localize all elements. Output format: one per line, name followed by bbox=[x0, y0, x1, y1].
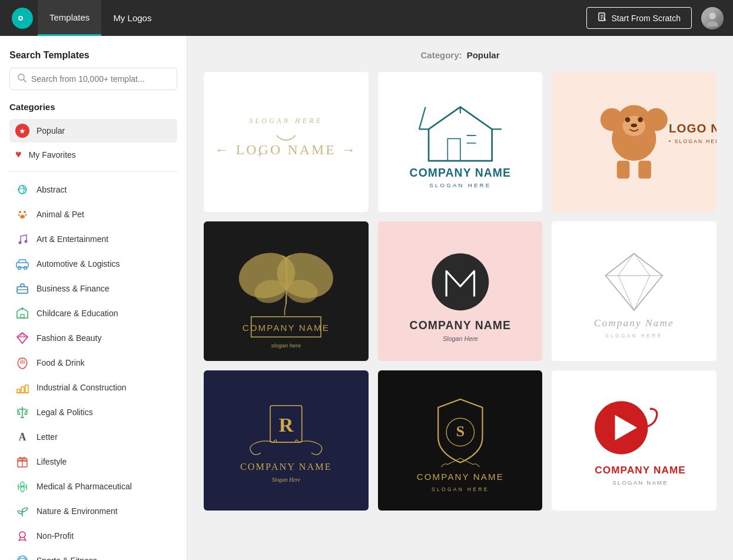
template-card-4[interactable]: COMPANY NAME slogan here bbox=[204, 221, 369, 362]
svg-marker-28 bbox=[17, 333, 28, 343]
svg-text:Slogan Here: Slogan Here bbox=[443, 334, 478, 342]
sidebar-item-abstract[interactable]: Abstract bbox=[9, 178, 177, 201]
briefcase-icon bbox=[15, 281, 29, 296]
sidebar-item-label: My Favorites bbox=[29, 150, 76, 160]
template-card-9[interactable]: COMPANY NAME SLOGAN NAME bbox=[552, 370, 717, 511]
svg-text:S: S bbox=[456, 423, 464, 440]
svg-point-16 bbox=[25, 214, 27, 216]
heart-icon: ♥ bbox=[15, 148, 22, 161]
category-header: Category: Popular bbox=[204, 50, 717, 60]
svg-point-14 bbox=[24, 211, 26, 213]
sidebar-item-label: Legal & Politics bbox=[37, 407, 93, 417]
start-from-scratch-button[interactable]: Start From Scratch bbox=[586, 7, 692, 29]
template-card-3[interactable]: LOGO NAME • SLOGAN HERE • bbox=[552, 72, 717, 212]
sidebar-item-label: Childcare & Education bbox=[37, 309, 118, 318]
sidebar: Search Templates Categories ★ Popular ♥ … bbox=[0, 36, 187, 560]
sidebar-item-food[interactable]: Food & Drink bbox=[9, 351, 177, 375]
svg-text:• SLOGAN HERE •: • SLOGAN HERE • bbox=[669, 138, 717, 144]
sidebar-item-popular[interactable]: ★ Popular bbox=[9, 119, 177, 143]
sidebar-item-label: Automotive & Logistics bbox=[37, 259, 120, 269]
sidebar-item-industrial[interactable]: Industrial & Construction bbox=[9, 376, 177, 399]
svg-point-15 bbox=[18, 214, 20, 216]
diamond-icon bbox=[15, 331, 29, 345]
leaf-icon bbox=[15, 504, 29, 518]
logo[interactable] bbox=[9, 5, 35, 31]
svg-rect-36 bbox=[21, 387, 24, 393]
svg-point-45 bbox=[19, 532, 25, 538]
template-card-5[interactable]: COMPANY NAME Slogan Here bbox=[378, 221, 543, 362]
avatar-image bbox=[701, 7, 724, 29]
sidebar-item-business[interactable]: Business & Finance bbox=[9, 277, 177, 300]
ribbon-icon bbox=[15, 529, 29, 543]
svg-text:COMPANY NAME: COMPANY NAME bbox=[595, 464, 686, 476]
letter-icon: A bbox=[15, 430, 29, 444]
svg-text:slogan here: slogan here bbox=[271, 342, 301, 348]
main-nav: Templates My Logos bbox=[38, 0, 586, 36]
nav-templates[interactable]: Templates bbox=[38, 0, 101, 36]
school-icon bbox=[15, 306, 29, 320]
medical-icon bbox=[15, 479, 29, 493]
svg-point-70 bbox=[631, 124, 638, 127]
svg-line-88 bbox=[634, 253, 650, 276]
sidebar-item-legal[interactable]: Legal & Politics bbox=[9, 400, 177, 424]
sidebar-item-sports[interactable]: Sports & Fitness bbox=[9, 549, 177, 560]
sidebar-item-medical[interactable]: Medical & Pharmaceutical bbox=[9, 475, 177, 498]
svg-line-89 bbox=[618, 276, 634, 310]
sidebar-divider bbox=[9, 171, 177, 172]
sidebar-item-animal-pet[interactable]: Animal & Pet bbox=[9, 203, 177, 226]
svg-point-82 bbox=[432, 253, 489, 310]
search-input[interactable] bbox=[31, 74, 170, 84]
search-box[interactable] bbox=[9, 68, 177, 90]
sidebar-item-label: Business & Finance bbox=[37, 284, 110, 293]
nav-my-logos[interactable]: My Logos bbox=[101, 0, 163, 36]
sidebar-item-my-favorites[interactable]: ♥ My Favorites bbox=[9, 144, 177, 165]
svg-rect-26 bbox=[21, 314, 24, 318]
sidebar-item-fashion[interactable]: Fashion & Beauty bbox=[9, 326, 177, 350]
sidebar-item-label: Animal & Pet bbox=[37, 210, 84, 219]
svg-rect-72 bbox=[639, 161, 652, 178]
svg-point-18 bbox=[19, 241, 22, 244]
sidebar-item-label: Non-Profit bbox=[37, 531, 74, 541]
svg-text:Company Name: Company Name bbox=[594, 317, 674, 329]
main-layout: Search Templates Categories ★ Popular ♥ … bbox=[0, 36, 733, 560]
svg-text:COMPANY NAME: COMPANY NAME bbox=[240, 462, 332, 472]
start-scratch-label: Start From Scratch bbox=[612, 14, 681, 23]
sidebar-item-nonprofit[interactable]: Non-Profit bbox=[9, 524, 177, 548]
template-card-1[interactable]: SLOGAN HERE ← LOGO NAME → bbox=[204, 72, 369, 212]
sidebar-item-lifestyle[interactable]: Lifestyle bbox=[9, 450, 177, 473]
template-card-8[interactable]: S COMPANY NAME SLOGAN HERE bbox=[378, 370, 543, 511]
template-card-6[interactable]: Company Name SLOGAN HERE bbox=[552, 221, 717, 362]
svg-text:← LOGO NAME →: ← LOGO NAME → bbox=[215, 142, 357, 157]
svg-text:SLOGAN HERE: SLOGAN HERE bbox=[429, 182, 491, 188]
svg-point-9 bbox=[709, 13, 715, 19]
content-area: Category: Popular SLOGAN HERE ← LOGO NAM… bbox=[187, 36, 733, 560]
svg-point-10 bbox=[707, 21, 718, 26]
sidebar-item-childcare[interactable]: Childcare & Education bbox=[9, 301, 177, 325]
new-doc-icon bbox=[598, 12, 607, 24]
paw-icon bbox=[15, 207, 29, 221]
user-avatar[interactable] bbox=[701, 7, 724, 29]
category-name: Popular bbox=[467, 50, 500, 60]
sidebar-item-label: Popular bbox=[37, 126, 65, 135]
sidebar-item-label: Sports & Fitness bbox=[37, 556, 97, 560]
template-card-7[interactable]: R COMPANY NAME Slogan Here bbox=[204, 370, 369, 511]
svg-text:COMPANY NAME: COMPANY NAME bbox=[409, 166, 510, 179]
search-icon bbox=[17, 73, 26, 85]
sidebar-item-letter[interactable]: A Letter bbox=[9, 425, 177, 449]
svg-text:Slogan Here: Slogan Here bbox=[272, 476, 301, 483]
svg-rect-58 bbox=[447, 138, 460, 161]
svg-line-90 bbox=[634, 276, 650, 310]
svg-point-13 bbox=[19, 211, 21, 213]
svg-text:SLOGAN HERE: SLOGAN HERE bbox=[432, 486, 489, 492]
sidebar-item-art[interactable]: Art & Entertainment bbox=[9, 227, 177, 251]
header-right: Start From Scratch bbox=[586, 7, 724, 29]
svg-point-19 bbox=[25, 240, 28, 243]
svg-line-12 bbox=[24, 79, 26, 82]
svg-point-49 bbox=[18, 556, 27, 560]
category-prefix: Category: bbox=[420, 50, 462, 60]
svg-text:SLOGAN HERE: SLOGAN HERE bbox=[605, 333, 663, 339]
sidebar-item-automotive[interactable]: Automotive & Logistics bbox=[9, 252, 177, 276]
template-card-2[interactable]: COMPANY NAME SLOGAN HERE bbox=[378, 72, 543, 212]
sidebar-item-nature[interactable]: Nature & Environment bbox=[9, 499, 177, 523]
gift-icon bbox=[15, 455, 29, 469]
